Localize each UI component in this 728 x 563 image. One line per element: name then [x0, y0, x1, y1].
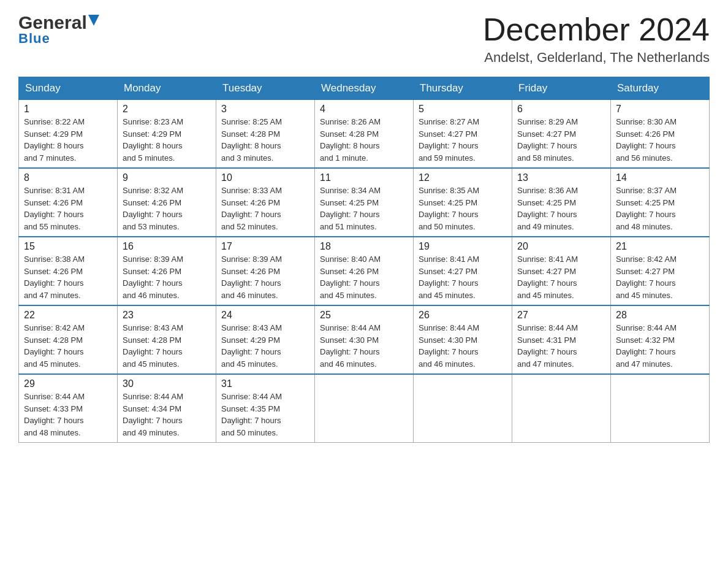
day-info: Sunrise: 8:23 AMSunset: 4:29 PMDaylight:…	[123, 116, 211, 164]
logo-general-text: General	[18, 12, 87, 33]
day-info: Sunrise: 8:42 AMSunset: 4:28 PMDaylight:…	[24, 322, 112, 370]
calendar-cell: 4 Sunrise: 8:26 AMSunset: 4:28 PMDayligh…	[315, 100, 414, 169]
calendar-cell	[512, 374, 611, 443]
day-number: 27	[517, 310, 605, 321]
weekday-header-friday: Friday	[512, 77, 611, 100]
location-title: Andelst, Gelderland, The Netherlands	[483, 50, 710, 66]
calendar-cell: 27 Sunrise: 8:44 AMSunset: 4:31 PMDaylig…	[512, 305, 611, 374]
day-info: Sunrise: 8:44 AMSunset: 4:34 PMDaylight:…	[123, 391, 211, 439]
logo-triangle-icon	[88, 15, 99, 28]
calendar-header-row: SundayMondayTuesdayWednesdayThursdayFrid…	[19, 77, 710, 100]
calendar-cell: 26 Sunrise: 8:44 AMSunset: 4:30 PMDaylig…	[414, 305, 512, 374]
calendar-cell: 7 Sunrise: 8:30 AMSunset: 4:26 PMDayligh…	[611, 100, 710, 169]
weekday-header-wednesday: Wednesday	[315, 77, 414, 100]
day-info: Sunrise: 8:44 AMSunset: 4:31 PMDaylight:…	[517, 322, 605, 370]
weekday-header-monday: Monday	[118, 77, 216, 100]
day-number: 28	[616, 310, 704, 321]
day-number: 31	[221, 378, 309, 389]
calendar-cell: 8 Sunrise: 8:31 AMSunset: 4:26 PMDayligh…	[19, 168, 118, 237]
day-number: 22	[24, 310, 112, 321]
day-info: Sunrise: 8:44 AMSunset: 4:33 PMDaylight:…	[24, 391, 112, 439]
calendar-cell: 2 Sunrise: 8:23 AMSunset: 4:29 PMDayligh…	[118, 100, 216, 169]
calendar-cell: 18 Sunrise: 8:40 AMSunset: 4:26 PMDaylig…	[315, 237, 414, 305]
logo-blue-text: Blue	[18, 31, 50, 47]
day-info: Sunrise: 8:41 AMSunset: 4:27 PMDaylight:…	[419, 253, 507, 301]
calendar-week-row: 22 Sunrise: 8:42 AMSunset: 4:28 PMDaylig…	[19, 305, 710, 374]
day-number: 21	[616, 241, 704, 252]
calendar-cell: 22 Sunrise: 8:42 AMSunset: 4:28 PMDaylig…	[19, 305, 118, 374]
calendar-cell: 3 Sunrise: 8:25 AMSunset: 4:28 PMDayligh…	[216, 100, 315, 169]
calendar-cell: 5 Sunrise: 8:27 AMSunset: 4:27 PMDayligh…	[414, 100, 512, 169]
weekday-header-thursday: Thursday	[414, 77, 512, 100]
calendar-week-row: 29 Sunrise: 8:44 AMSunset: 4:33 PMDaylig…	[19, 374, 710, 443]
calendar-cell	[414, 374, 512, 443]
day-number: 13	[517, 172, 605, 183]
day-info: Sunrise: 8:33 AMSunset: 4:26 PMDaylight:…	[221, 185, 309, 232]
day-info: Sunrise: 8:44 AMSunset: 4:32 PMDaylight:…	[616, 322, 704, 370]
day-number: 26	[419, 310, 507, 321]
day-number: 30	[123, 378, 211, 389]
day-info: Sunrise: 8:43 AMSunset: 4:28 PMDaylight:…	[123, 322, 211, 370]
day-info: Sunrise: 8:44 AMSunset: 4:30 PMDaylight:…	[320, 322, 408, 370]
calendar-cell: 25 Sunrise: 8:44 AMSunset: 4:30 PMDaylig…	[315, 305, 414, 374]
weekday-header-tuesday: Tuesday	[216, 77, 315, 100]
day-number: 10	[221, 172, 309, 183]
day-number: 23	[123, 310, 211, 321]
day-info: Sunrise: 8:26 AMSunset: 4:28 PMDaylight:…	[320, 116, 408, 164]
calendar-cell: 24 Sunrise: 8:43 AMSunset: 4:29 PMDaylig…	[216, 305, 315, 374]
day-info: Sunrise: 8:39 AMSunset: 4:26 PMDaylight:…	[123, 253, 211, 301]
calendar-cell: 13 Sunrise: 8:36 AMSunset: 4:25 PMDaylig…	[512, 168, 611, 237]
day-number: 18	[320, 241, 408, 252]
day-info: Sunrise: 8:36 AMSunset: 4:25 PMDaylight:…	[517, 185, 605, 232]
calendar-week-row: 1 Sunrise: 8:22 AMSunset: 4:29 PMDayligh…	[19, 100, 710, 169]
day-number: 12	[419, 172, 507, 183]
day-number: 14	[616, 172, 704, 183]
calendar-cell: 20 Sunrise: 8:41 AMSunset: 4:27 PMDaylig…	[512, 237, 611, 305]
day-number: 11	[320, 172, 408, 183]
day-info: Sunrise: 8:31 AMSunset: 4:26 PMDaylight:…	[24, 185, 112, 232]
calendar-cell: 14 Sunrise: 8:37 AMSunset: 4:25 PMDaylig…	[611, 168, 710, 237]
calendar-cell: 12 Sunrise: 8:35 AMSunset: 4:25 PMDaylig…	[414, 168, 512, 237]
calendar-week-row: 15 Sunrise: 8:38 AMSunset: 4:26 PMDaylig…	[19, 237, 710, 305]
calendar-cell: 29 Sunrise: 8:44 AMSunset: 4:33 PMDaylig…	[19, 374, 118, 443]
day-info: Sunrise: 8:39 AMSunset: 4:26 PMDaylight:…	[221, 253, 309, 301]
calendar-cell: 23 Sunrise: 8:43 AMSunset: 4:28 PMDaylig…	[118, 305, 216, 374]
calendar-cell: 16 Sunrise: 8:39 AMSunset: 4:26 PMDaylig…	[118, 237, 216, 305]
title-area: December 2024 Andelst, Gelderland, The N…	[483, 12, 710, 66]
calendar-week-row: 8 Sunrise: 8:31 AMSunset: 4:26 PMDayligh…	[19, 168, 710, 237]
day-number: 15	[24, 241, 112, 252]
day-info: Sunrise: 8:27 AMSunset: 4:27 PMDaylight:…	[419, 116, 507, 164]
day-number: 4	[320, 104, 408, 115]
calendar-cell: 6 Sunrise: 8:29 AMSunset: 4:27 PMDayligh…	[512, 100, 611, 169]
day-info: Sunrise: 8:41 AMSunset: 4:27 PMDaylight:…	[517, 253, 605, 301]
day-info: Sunrise: 8:32 AMSunset: 4:26 PMDaylight:…	[123, 185, 211, 232]
day-number: 9	[123, 172, 211, 183]
weekday-header-saturday: Saturday	[611, 77, 710, 100]
calendar-cell: 10 Sunrise: 8:33 AMSunset: 4:26 PMDaylig…	[216, 168, 315, 237]
day-number: 3	[221, 104, 309, 115]
calendar-cell: 21 Sunrise: 8:42 AMSunset: 4:27 PMDaylig…	[611, 237, 710, 305]
day-number: 24	[221, 310, 309, 321]
calendar-cell: 31 Sunrise: 8:44 AMSunset: 4:35 PMDaylig…	[216, 374, 315, 443]
day-number: 7	[616, 104, 704, 115]
calendar-cell: 19 Sunrise: 8:41 AMSunset: 4:27 PMDaylig…	[414, 237, 512, 305]
svg-marker-0	[88, 15, 99, 26]
logo: General Blue	[18, 12, 99, 47]
day-info: Sunrise: 8:29 AMSunset: 4:27 PMDaylight:…	[517, 116, 605, 164]
calendar-cell: 11 Sunrise: 8:34 AMSunset: 4:25 PMDaylig…	[315, 168, 414, 237]
day-number: 20	[517, 241, 605, 252]
day-number: 8	[24, 172, 112, 183]
day-info: Sunrise: 8:40 AMSunset: 4:26 PMDaylight:…	[320, 253, 408, 301]
calendar-cell: 17 Sunrise: 8:39 AMSunset: 4:26 PMDaylig…	[216, 237, 315, 305]
day-info: Sunrise: 8:43 AMSunset: 4:29 PMDaylight:…	[221, 322, 309, 370]
day-info: Sunrise: 8:22 AMSunset: 4:29 PMDaylight:…	[24, 116, 112, 164]
day-number: 5	[419, 104, 507, 115]
day-number: 29	[24, 378, 112, 389]
calendar-cell: 30 Sunrise: 8:44 AMSunset: 4:34 PMDaylig…	[118, 374, 216, 443]
day-number: 19	[419, 241, 507, 252]
day-info: Sunrise: 8:44 AMSunset: 4:30 PMDaylight:…	[419, 322, 507, 370]
day-number: 17	[221, 241, 309, 252]
calendar-cell: 15 Sunrise: 8:38 AMSunset: 4:26 PMDaylig…	[19, 237, 118, 305]
calendar-cell: 1 Sunrise: 8:22 AMSunset: 4:29 PMDayligh…	[19, 100, 118, 169]
calendar-cell	[315, 374, 414, 443]
